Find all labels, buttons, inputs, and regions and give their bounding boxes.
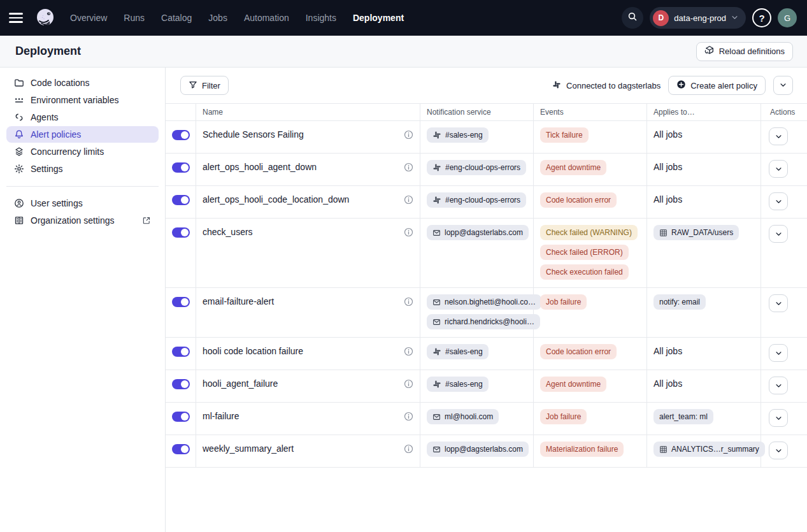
event-chip: Check failed (ERROR): [540, 245, 629, 260]
sidebar-item-label: Settings: [31, 164, 63, 174]
applies-to-cell: All jobs: [647, 370, 761, 402]
column-header-actions: Actions: [761, 104, 807, 120]
applies-to-cell: All jobs: [647, 121, 761, 153]
events-cell: Code location error: [534, 186, 647, 218]
deployment-switcher[interactable]: D data-eng-prod: [650, 7, 746, 29]
nav-item-deployment[interactable]: Deployment: [353, 13, 404, 23]
sidebar-item-agents[interactable]: Agents: [6, 109, 159, 126]
applies-to-chip: alert_team: ml: [653, 409, 713, 424]
column-header-applies-to-: Applies to…: [647, 104, 761, 120]
policy-name: alert_ops_hooli_code_location_down: [203, 194, 349, 205]
sidebar-item-environment-variables[interactable]: Environment variables: [6, 92, 159, 108]
events-cell: Job failure: [534, 288, 647, 337]
question-mark-icon: ?: [759, 13, 764, 24]
email-icon: [432, 229, 441, 237]
notification-chip: ml@hooli.com: [427, 409, 499, 424]
search-button[interactable]: [622, 7, 643, 29]
sidebar-item-alert-policies[interactable]: Alert policies: [6, 126, 159, 143]
row-actions-menu-button[interactable]: [769, 127, 788, 145]
policy-enabled-toggle[interactable]: [172, 347, 190, 357]
table-row: ml-failure ml@hooli.com Job failure aler…: [166, 403, 807, 435]
event-chip: Job failure: [540, 409, 587, 424]
plus-circle-icon: [676, 80, 686, 91]
event-chip: Code location error: [540, 344, 617, 359]
create-alert-policy-menu-button[interactable]: [773, 76, 793, 95]
sidebar-item-organization-settings[interactable]: Organization settings: [6, 212, 159, 229]
row-actions-menu-button[interactable]: [769, 377, 788, 394]
notification-service-cell: #eng-cloud-ops-errors: [420, 186, 534, 218]
toggle-cell: [166, 370, 196, 402]
table-row: hooli code location failure #sales-eng C…: [166, 338, 807, 370]
row-actions-menu-button[interactable]: [769, 225, 788, 243]
asset-table-icon: [659, 229, 668, 237]
notification-chip: lopp@dagsterlabs.com: [427, 442, 529, 457]
nav-item-runs[interactable]: Runs: [124, 13, 145, 23]
top-nav-right: D data-eng-prod ? G: [622, 7, 797, 29]
events-cell: Tick failure: [534, 121, 647, 153]
applies-to-text: All jobs: [653, 194, 682, 205]
info-icon[interactable]: [404, 379, 413, 391]
sidebar-item-code-locations[interactable]: Code locations: [6, 75, 159, 91]
notification-service-cell: lopp@dagsterlabs.com: [420, 435, 534, 467]
policy-enabled-toggle[interactable]: [172, 227, 190, 238]
row-actions-menu-button[interactable]: [769, 409, 788, 427]
event-chip: Job failure: [540, 294, 587, 310]
info-icon[interactable]: [404, 412, 413, 423]
policy-enabled-toggle[interactable]: [172, 444, 190, 454]
screen: OverviewRunsCatalogJobsAutomationInsight…: [0, 0, 807, 532]
row-actions-menu-button[interactable]: [769, 442, 788, 459]
sidebar-item-label: Organization settings: [31, 215, 115, 226]
user-avatar[interactable]: G: [778, 8, 797, 27]
page-header: Deployment Reload definitions: [0, 36, 807, 68]
info-icon[interactable]: [404, 195, 413, 206]
content: Code locations Environment variables Age…: [0, 68, 807, 532]
event-chip: Agent downtime: [540, 377, 606, 392]
events-cell: Agent downtime: [534, 154, 647, 185]
hamburger-menu-icon[interactable]: [9, 9, 27, 27]
reload-definitions-button[interactable]: Reload definitions: [696, 42, 793, 61]
applies-to-cell: All jobs: [647, 338, 761, 370]
help-button[interactable]: ?: [752, 8, 771, 27]
policy-enabled-toggle[interactable]: [172, 297, 190, 307]
info-icon[interactable]: [404, 162, 413, 174]
name-cell: check_users: [196, 219, 420, 287]
actions-cell: [761, 219, 807, 287]
applies-to-cell: All jobs: [647, 186, 761, 218]
policy-enabled-toggle[interactable]: [172, 162, 190, 173]
policy-enabled-toggle[interactable]: [172, 412, 190, 422]
policy-enabled-toggle[interactable]: [172, 379, 190, 389]
event-chip: Check failed (WARNING): [540, 225, 638, 240]
applies-to-text: All jobs: [653, 162, 682, 172]
filter-button[interactable]: Filter: [180, 76, 229, 95]
toggle-cell: [166, 219, 196, 287]
row-actions-menu-button[interactable]: [769, 160, 788, 178]
policy-enabled-toggle[interactable]: [172, 130, 190, 140]
nav-item-overview[interactable]: Overview: [70, 13, 107, 23]
sidebar-item-settings[interactable]: Settings: [6, 161, 159, 177]
nav-item-automation[interactable]: Automation: [244, 13, 289, 23]
name-cell: hooli code location failure: [196, 338, 420, 370]
sidebar-item-label: Code locations: [31, 78, 90, 88]
info-icon[interactable]: [404, 444, 413, 456]
nav-item-catalog[interactable]: Catalog: [161, 13, 192, 23]
sidebar-item-label: Agents: [31, 112, 59, 122]
info-icon[interactable]: [404, 130, 413, 141]
column-header-notification-service: Notification service: [420, 104, 534, 120]
sidebar-item-user-settings[interactable]: User settings: [6, 195, 159, 212]
info-icon[interactable]: [404, 347, 413, 358]
create-alert-policy-button[interactable]: Create alert policy: [668, 76, 766, 95]
info-icon[interactable]: [404, 297, 413, 308]
row-actions-menu-button[interactable]: [769, 344, 788, 362]
dagster-logo[interactable]: [34, 7, 56, 29]
sidebar-item-concurrency-limits[interactable]: Concurrency limits: [6, 143, 159, 160]
notification-service-cell: #sales-eng: [420, 338, 534, 370]
row-actions-menu-button[interactable]: [769, 192, 788, 210]
policy-enabled-toggle[interactable]: [172, 195, 190, 205]
nav-item-insights[interactable]: Insights: [306, 13, 336, 23]
row-actions-menu-button[interactable]: [769, 294, 788, 312]
email-icon: [432, 318, 441, 326]
info-icon[interactable]: [404, 227, 413, 239]
table-row: weekly_summary_alert lopp@dagsterlabs.co…: [166, 435, 807, 468]
column-toggle: [166, 104, 196, 120]
nav-item-jobs[interactable]: Jobs: [208, 13, 227, 23]
